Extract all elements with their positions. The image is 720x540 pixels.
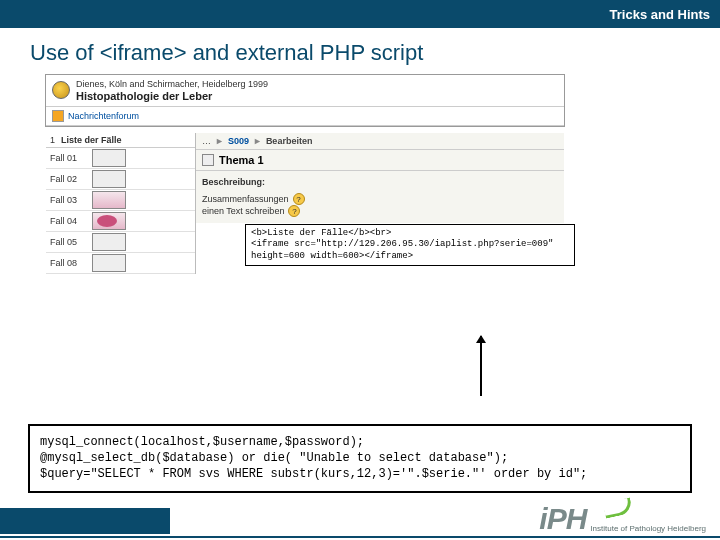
header-label: Tricks and Hints xyxy=(610,7,710,22)
slide-title: Use of <iframe> and external PHP script xyxy=(30,40,690,66)
case-row[interactable]: Fall 08 xyxy=(46,253,195,274)
breadcrumb: … ► S009 ► Bearbeiten xyxy=(196,133,564,150)
case-label: Fall 04 xyxy=(50,216,92,226)
sidebar-index: 1 xyxy=(50,135,55,145)
sidebar: 1 Liste der Fälle Fall 01 Fall 02 Fall 0… xyxy=(46,133,196,274)
thema-title: Thema 1 xyxy=(219,154,264,166)
extra-row[interactable]: einen Text schreiben ? xyxy=(202,205,558,217)
case-row[interactable]: Fall 01 xyxy=(46,148,195,169)
thumb-icon xyxy=(92,149,126,167)
news-link[interactable]: Nachrichtenforum xyxy=(68,111,139,121)
thumb-icon xyxy=(92,233,126,251)
app-screenshot: Dienes, Köln and Schirmacher, Heidelberg… xyxy=(45,74,565,127)
case-label: Fall 05 xyxy=(50,237,92,247)
iph-wordmark: iPH xyxy=(539,502,586,536)
topic-icon xyxy=(202,154,214,166)
case-label: Fall 08 xyxy=(50,258,92,268)
iph-subtitle: Institute of Pathology Heidelberg xyxy=(590,524,706,533)
main-pane: … ► S009 ► Bearbeiten Thema 1 Beschreibu… xyxy=(196,133,564,223)
uni-logo-icon xyxy=(52,81,70,99)
case-row[interactable]: Fall 02 xyxy=(46,169,195,190)
content-area: Dienes, Köln and Schirmacher, Heidelberg… xyxy=(20,74,700,414)
news-row: Nachrichtenforum xyxy=(46,107,564,126)
app-header: Dienes, Köln and Schirmacher, Heidelberg… xyxy=(46,75,564,107)
sidebar-header: 1 Liste der Fälle xyxy=(46,133,195,148)
thumb-icon xyxy=(92,212,126,230)
extra-text: einen Text schreiben xyxy=(202,206,284,216)
news-icon xyxy=(52,110,64,122)
code-line: @mysql_select_db($database) or die( "Una… xyxy=(40,451,508,465)
case-label: Fall 01 xyxy=(50,153,92,163)
description-label: Beschreibung: xyxy=(202,177,265,187)
php-code-box: mysql_connect(localhost,$username,$passw… xyxy=(28,424,692,493)
crumb-action[interactable]: Bearbeiten xyxy=(266,136,313,146)
iframe-code-callout: <b>Liste der Fälle</b><br> <iframe src="… xyxy=(245,224,575,266)
extra-text: Zusammenfassungen xyxy=(202,194,289,204)
arrow-icon xyxy=(480,336,482,396)
case-label: Fall 03 xyxy=(50,195,92,205)
chevron-right-icon: ► xyxy=(215,136,224,146)
thema-bar: Thema 1 xyxy=(196,150,564,171)
app-heading: Histopathologie der Leber xyxy=(76,90,268,102)
case-row[interactable]: Fall 03 xyxy=(46,190,195,211)
thumb-icon xyxy=(92,254,126,272)
footer-rule xyxy=(0,536,720,538)
case-row[interactable]: Fall 05 xyxy=(46,232,195,253)
extra-row[interactable]: Zusammenfassungen ? xyxy=(202,193,558,205)
help-icon[interactable]: ? xyxy=(288,205,300,217)
help-icon[interactable]: ? xyxy=(293,193,305,205)
description-row: Beschreibung: xyxy=(196,171,564,191)
sidebar-title: Liste der Fälle xyxy=(61,135,122,145)
chevron-right-icon: ► xyxy=(253,136,262,146)
footer-accent xyxy=(0,508,170,534)
crumb-serie[interactable]: S009 xyxy=(228,136,249,146)
header-bar: Tricks and Hints xyxy=(0,0,720,28)
code-line: mysql_connect(localhost,$username,$passw… xyxy=(40,435,364,449)
crumb-dots: … xyxy=(202,136,211,146)
slide-title-row: Use of <iframe> and external PHP script xyxy=(0,28,720,74)
thumb-icon xyxy=(92,191,126,209)
code-line: $query="SELECT * FROM svs WHERE substr(k… xyxy=(40,467,587,481)
iph-logo: iPH Institute of Pathology Heidelberg xyxy=(539,502,706,536)
case-row[interactable]: Fall 04 xyxy=(46,211,195,232)
extra-rows: Zusammenfassungen ? einen Text schreiben… xyxy=(196,191,564,223)
thumb-icon xyxy=(92,170,126,188)
app-byline: Dienes, Köln and Schirmacher, Heidelberg… xyxy=(76,79,268,90)
footer: iPH Institute of Pathology Heidelberg xyxy=(0,492,720,540)
case-label: Fall 02 xyxy=(50,174,92,184)
